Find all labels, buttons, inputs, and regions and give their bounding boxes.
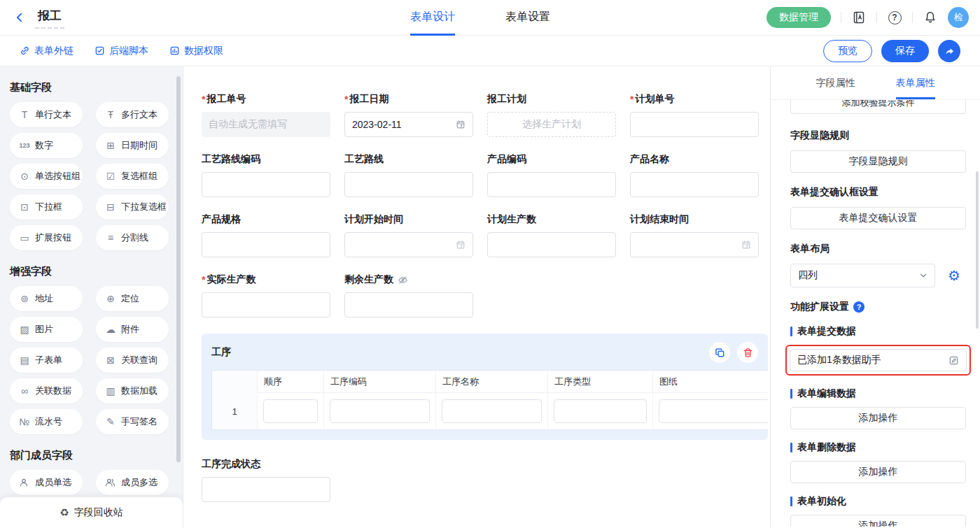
actual-qty-input[interactable] bbox=[202, 292, 330, 317]
layout-settings-button[interactable]: ⚙ bbox=[942, 264, 966, 287]
process-code-cell-input[interactable] bbox=[330, 399, 430, 423]
field-label: 报工日期 bbox=[349, 93, 388, 106]
sidebar-item-linked-data[interactable]: ∞关联数据 bbox=[10, 378, 83, 404]
report-number-input[interactable]: 自动生成无需填写 bbox=[202, 112, 330, 137]
form-field-route-code[interactable]: 工艺路线编码 bbox=[202, 153, 330, 197]
sidebar-item-attachment[interactable]: ☁附件 bbox=[96, 317, 169, 342]
changelog-book-icon[interactable] bbox=[851, 10, 867, 25]
sidebar-item-checkbox-group[interactable]: ☑复选框组 bbox=[96, 164, 169, 189]
delete-subform-button[interactable] bbox=[737, 342, 758, 363]
sidebar-item-location[interactable]: ⊕定位 bbox=[96, 286, 169, 311]
form-field-route[interactable]: 工艺路线 bbox=[344, 153, 473, 197]
plan-end-time-input[interactable] bbox=[630, 232, 759, 257]
add-action-init-button[interactable]: 添加操作 bbox=[790, 515, 966, 527]
sidebar-item-serial-number[interactable]: №流水号 bbox=[10, 409, 83, 434]
preview-button[interactable]: 预览 bbox=[823, 40, 872, 62]
field-label: 产品名称 bbox=[630, 153, 669, 166]
back-icon[interactable] bbox=[11, 9, 28, 26]
drawing-cell-input[interactable] bbox=[659, 399, 768, 423]
form-field-remaining-qty[interactable]: 剩余生产数 bbox=[344, 273, 473, 317]
sidebar-item-single-line-text[interactable]: T单行文本 bbox=[10, 102, 83, 127]
route-input[interactable] bbox=[344, 172, 473, 197]
sidebar-scrollbar[interactable] bbox=[176, 76, 181, 462]
plan-qty-input[interactable] bbox=[487, 232, 616, 257]
sidebar-item-dropdown[interactable]: ⊡下拉框 bbox=[10, 194, 83, 220]
sidebar-item-radio-group[interactable]: ⊙单选按钮组 bbox=[10, 164, 83, 189]
sidebar-item-number[interactable]: 123数字 bbox=[10, 133, 83, 158]
sidebar-item-member-single[interactable]: 成员单选 bbox=[10, 470, 83, 495]
serial-number-icon: № bbox=[19, 416, 30, 427]
report-date-input[interactable]: 2023-02-11 bbox=[344, 112, 473, 137]
layout-select[interactable]: 四列 bbox=[790, 264, 935, 287]
plan-start-time-input[interactable] bbox=[344, 232, 473, 257]
help-badge-icon[interactable]: ? bbox=[853, 301, 864, 313]
form-field-plan-qty[interactable]: 计划生产数 bbox=[487, 213, 616, 257]
visibility-rules-button[interactable]: 字段显隐规则 bbox=[790, 150, 966, 173]
remaining-qty-input[interactable] bbox=[344, 292, 473, 317]
plan-number-input[interactable] bbox=[630, 112, 759, 137]
tab-form-properties[interactable]: 表单属性 bbox=[896, 66, 935, 99]
attachment-cloud-icon: ☁ bbox=[105, 324, 116, 335]
form-field-product-code[interactable]: 产品编码 bbox=[487, 153, 616, 197]
help-icon[interactable]: ? bbox=[887, 10, 902, 25]
sidebar-item-multi-line-text[interactable]: Ŧ多行文本 bbox=[96, 102, 169, 127]
sidebar-item-divider[interactable]: ≡分割线 bbox=[96, 225, 169, 250]
process-name-cell-input[interactable] bbox=[442, 399, 542, 423]
data-load-icon: ▥ bbox=[105, 385, 116, 397]
save-button[interactable]: 保存 bbox=[881, 40, 929, 62]
duplicate-subform-button[interactable] bbox=[709, 342, 730, 363]
sidebar-item-multi-dropdown[interactable]: ⊟下拉复选框 bbox=[96, 194, 169, 220]
sidebar-item-subform[interactable]: ▤子表单 bbox=[10, 348, 83, 373]
app-title[interactable]: 报工 bbox=[35, 6, 64, 29]
avatar[interactable]: 检 bbox=[948, 7, 969, 28]
form-field-product-name[interactable]: 产品名称 bbox=[630, 153, 759, 197]
product-name-input[interactable] bbox=[630, 172, 759, 197]
tab-form-settings[interactable]: 表单设置 bbox=[505, 0, 550, 36]
subform-icon: ▤ bbox=[19, 355, 30, 366]
form-field-report-date[interactable]: *报工日期 2023-02-11 bbox=[344, 93, 473, 137]
sidebar-item-extend-button[interactable]: ▭扩展按钮 bbox=[10, 225, 83, 250]
product-spec-input[interactable] bbox=[202, 232, 330, 257]
add-action-edit-button[interactable]: 添加操作 bbox=[790, 407, 966, 429]
external-link-button[interactable]: 表单外链 bbox=[20, 45, 74, 57]
process-type-cell-input[interactable] bbox=[554, 399, 647, 423]
section-title-basic-fields: 基础字段 bbox=[10, 81, 183, 94]
form-field-plan-end-time[interactable]: 计划结束时间 bbox=[630, 213, 759, 257]
sidebar-item-datetime[interactable]: ⊞日期时间 bbox=[96, 133, 169, 158]
backend-script-button[interactable]: 后端脚本 bbox=[94, 45, 148, 57]
sidebar-item-member-multi[interactable]: 成员多选 bbox=[96, 470, 169, 495]
trash-icon bbox=[743, 348, 753, 358]
field-recycle-bin-button[interactable]: ♻ 字段回收站 bbox=[0, 497, 183, 527]
data-assistant-button[interactable]: 已添加1条数据助手 bbox=[790, 349, 967, 371]
route-code-input[interactable] bbox=[202, 172, 330, 197]
add-validation-condition-button[interactable]: 添加校验提示条件 bbox=[790, 100, 966, 114]
sidebar-item-data-load[interactable]: ▥数据加载 bbox=[96, 378, 169, 404]
submit-confirm-settings-button[interactable]: 表单提交确认设置 bbox=[790, 207, 966, 229]
report-plan-picker[interactable]: 选择生产计划 bbox=[487, 112, 616, 137]
sidebar-item-lookup-query[interactable]: ⊠关联查询 bbox=[96, 348, 169, 373]
form-field-product-spec[interactable]: 产品规格 bbox=[202, 213, 330, 257]
required-mark: * bbox=[202, 274, 205, 285]
notification-bell-icon[interactable] bbox=[923, 10, 938, 25]
form-field-report-number[interactable]: *报工单号 自动生成无需填写 bbox=[202, 93, 330, 137]
sidebar-item-image[interactable]: ▨图片 bbox=[10, 317, 83, 342]
form-field-report-plan[interactable]: 报工计划 选择生产计划 bbox=[487, 93, 616, 137]
form-field-plan-number[interactable]: *计划单号 bbox=[630, 93, 759, 137]
tab-field-properties[interactable]: 字段属性 bbox=[816, 66, 855, 99]
process-status-input[interactable] bbox=[202, 477, 330, 502]
form-field-actual-qty[interactable]: *实际生产数 bbox=[202, 273, 330, 317]
product-code-input[interactable] bbox=[487, 172, 616, 197]
subform-processes[interactable]: 工序 顺序 工序编码 工序名称 bbox=[202, 334, 768, 440]
form-field-process-status[interactable]: 工序完成状态 bbox=[202, 458, 330, 502]
data-permission-button[interactable]: 数据权限 bbox=[169, 45, 223, 57]
address-pin-icon: ⊚ bbox=[19, 293, 30, 304]
form-field-plan-start-time[interactable]: 计划开始时间 bbox=[344, 213, 473, 257]
sidebar-item-signature[interactable]: ✎手写签名 bbox=[96, 409, 169, 434]
tab-form-design[interactable]: 表单设计 bbox=[410, 0, 455, 36]
share-button[interactable] bbox=[938, 40, 960, 62]
panel-scrollbar[interactable] bbox=[976, 171, 979, 329]
data-manage-button[interactable]: 数据管理 bbox=[766, 7, 831, 28]
order-cell-input[interactable] bbox=[263, 399, 318, 423]
sidebar-item-address[interactable]: ⊚地址 bbox=[10, 286, 83, 311]
add-action-delete-button[interactable]: 添加操作 bbox=[790, 461, 966, 483]
